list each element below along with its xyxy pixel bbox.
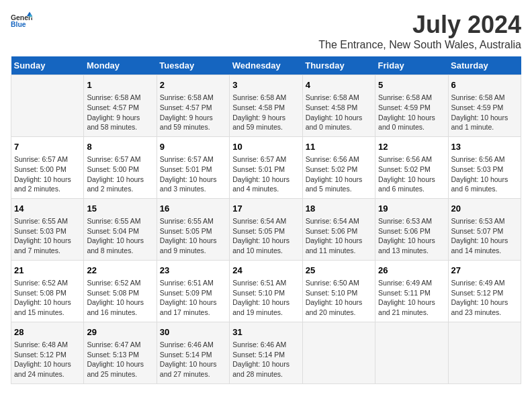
svg-text:Blue: Blue (11, 21, 26, 28)
day-info: Sunrise: 6:58 AMSunset: 4:58 PMDaylight:… (232, 93, 299, 132)
col-header-wednesday: Wednesday (230, 56, 302, 75)
day-info: Sunrise: 6:51 AMSunset: 5:10 PMDaylight:… (232, 278, 299, 318)
day-cell: 19Sunrise: 6:53 AMSunset: 5:06 PMDayligh… (375, 198, 448, 260)
logo: General Blue (11, 11, 32, 32)
col-header-saturday: Saturday (448, 56, 521, 75)
day-cell: 29Sunrise: 6:47 AMSunset: 5:13 PMDayligh… (84, 322, 157, 383)
day-cell: 3Sunrise: 6:58 AMSunset: 4:58 PMDaylight… (230, 75, 302, 137)
day-info: Sunrise: 6:52 AMSunset: 5:08 PMDaylight:… (87, 278, 153, 318)
day-info: Sunrise: 6:46 AMSunset: 5:14 PMDaylight:… (160, 340, 226, 379)
day-cell: 25Sunrise: 6:50 AMSunset: 5:10 PMDayligh… (302, 260, 375, 322)
day-number: 2 (160, 79, 226, 91)
day-cell (11, 75, 84, 137)
day-info: Sunrise: 6:58 AMSunset: 4:57 PMDaylight:… (160, 93, 226, 132)
day-number: 12 (378, 141, 445, 153)
col-header-monday: Monday (84, 56, 157, 75)
day-info: Sunrise: 6:55 AMSunset: 5:03 PMDaylight:… (14, 216, 81, 256)
day-cell: 15Sunrise: 6:55 AMSunset: 5:04 PMDayligh… (84, 198, 157, 260)
day-cell: 8Sunrise: 6:57 AMSunset: 5:00 PMDaylight… (84, 136, 157, 198)
day-cell: 28Sunrise: 6:48 AMSunset: 5:12 PMDayligh… (11, 322, 84, 383)
logo-icon: General Blue (11, 11, 32, 32)
day-number: 21 (14, 265, 81, 277)
day-cell: 30Sunrise: 6:46 AMSunset: 5:14 PMDayligh… (157, 322, 229, 383)
day-cell: 2Sunrise: 6:58 AMSunset: 4:57 PMDaylight… (157, 75, 229, 137)
day-number: 20 (451, 203, 518, 215)
day-cell (448, 322, 521, 383)
day-info: Sunrise: 6:54 AMSunset: 5:05 PMDaylight:… (232, 216, 299, 256)
day-number: 26 (378, 265, 445, 277)
day-cell: 26Sunrise: 6:49 AMSunset: 5:11 PMDayligh… (375, 260, 448, 322)
col-header-friday: Friday (375, 56, 448, 75)
day-info: Sunrise: 6:50 AMSunset: 5:10 PMDaylight:… (306, 278, 372, 318)
day-number: 15 (87, 203, 153, 215)
day-cell: 21Sunrise: 6:52 AMSunset: 5:08 PMDayligh… (11, 260, 84, 322)
day-cell: 10Sunrise: 6:57 AMSunset: 5:01 PMDayligh… (230, 136, 302, 198)
day-info: Sunrise: 6:58 AMSunset: 4:57 PMDaylight:… (87, 93, 153, 132)
day-info: Sunrise: 6:54 AMSunset: 5:06 PMDaylight:… (306, 216, 372, 256)
day-cell: 23Sunrise: 6:51 AMSunset: 5:09 PMDayligh… (157, 260, 229, 322)
week-row-3: 14Sunrise: 6:55 AMSunset: 5:03 PMDayligh… (11, 198, 521, 260)
day-info: Sunrise: 6:56 AMSunset: 5:02 PMDaylight:… (306, 154, 372, 194)
day-info: Sunrise: 6:57 AMSunset: 5:00 PMDaylight:… (87, 154, 153, 194)
day-info: Sunrise: 6:53 AMSunset: 5:07 PMDaylight:… (451, 216, 518, 256)
day-number: 8 (87, 141, 153, 153)
day-number: 16 (160, 203, 226, 215)
header-row: SundayMondayTuesdayWednesdayThursdayFrid… (11, 56, 521, 75)
day-cell: 9Sunrise: 6:57 AMSunset: 5:01 PMDaylight… (157, 136, 229, 198)
day-info: Sunrise: 6:53 AMSunset: 5:06 PMDaylight:… (378, 216, 445, 256)
day-number: 7 (14, 141, 81, 153)
day-cell: 20Sunrise: 6:53 AMSunset: 5:07 PMDayligh… (448, 198, 521, 260)
day-info: Sunrise: 6:57 AMSunset: 5:01 PMDaylight:… (232, 154, 299, 194)
day-number: 17 (232, 203, 299, 215)
day-number: 27 (451, 265, 518, 277)
week-row-4: 21Sunrise: 6:52 AMSunset: 5:08 PMDayligh… (11, 260, 521, 322)
day-info: Sunrise: 6:48 AMSunset: 5:12 PMDaylight:… (14, 340, 81, 379)
day-cell: 5Sunrise: 6:58 AMSunset: 4:59 PMDaylight… (375, 75, 448, 137)
day-cell: 13Sunrise: 6:56 AMSunset: 5:03 PMDayligh… (448, 136, 521, 198)
day-number: 9 (160, 141, 226, 153)
day-number: 13 (451, 141, 518, 153)
day-number: 1 (87, 79, 153, 91)
day-info: Sunrise: 6:49 AMSunset: 5:11 PMDaylight:… (378, 278, 445, 318)
day-cell: 16Sunrise: 6:55 AMSunset: 5:05 PMDayligh… (157, 198, 229, 260)
day-number: 25 (306, 265, 372, 277)
day-number: 22 (87, 265, 153, 277)
day-info: Sunrise: 6:56 AMSunset: 5:03 PMDaylight:… (451, 154, 518, 194)
col-header-thursday: Thursday (302, 56, 375, 75)
day-number: 24 (232, 265, 299, 277)
day-number: 6 (451, 79, 518, 91)
week-row-1: 1Sunrise: 6:58 AMSunset: 4:57 PMDaylight… (11, 75, 521, 137)
day-cell: 24Sunrise: 6:51 AMSunset: 5:10 PMDayligh… (230, 260, 302, 322)
day-number: 19 (378, 203, 445, 215)
day-cell: 6Sunrise: 6:58 AMSunset: 4:59 PMDaylight… (448, 75, 521, 137)
header: General Blue July 2024 The Entrance, New… (11, 11, 521, 51)
day-cell: 4Sunrise: 6:58 AMSunset: 4:58 PMDaylight… (302, 75, 375, 137)
week-row-5: 28Sunrise: 6:48 AMSunset: 5:12 PMDayligh… (11, 322, 521, 383)
day-info: Sunrise: 6:47 AMSunset: 5:13 PMDaylight:… (87, 340, 153, 379)
day-cell: 12Sunrise: 6:56 AMSunset: 5:02 PMDayligh… (375, 136, 448, 198)
day-number: 31 (232, 326, 299, 338)
day-number: 3 (232, 79, 299, 91)
main-title: July 2024 (318, 11, 521, 39)
day-number: 14 (14, 203, 81, 215)
day-info: Sunrise: 6:58 AMSunset: 4:59 PMDaylight:… (451, 93, 518, 132)
day-number: 10 (232, 141, 299, 153)
day-info: Sunrise: 6:55 AMSunset: 5:05 PMDaylight:… (160, 216, 226, 256)
day-number: 23 (160, 265, 226, 277)
day-cell: 27Sunrise: 6:49 AMSunset: 5:12 PMDayligh… (448, 260, 521, 322)
day-cell (302, 322, 375, 383)
day-number: 30 (160, 326, 226, 338)
day-info: Sunrise: 6:46 AMSunset: 5:14 PMDaylight:… (232, 340, 299, 379)
day-cell: 22Sunrise: 6:52 AMSunset: 5:08 PMDayligh… (84, 260, 157, 322)
day-info: Sunrise: 6:52 AMSunset: 5:08 PMDaylight:… (14, 278, 81, 318)
calendar-table: SundayMondayTuesdayWednesdayThursdayFrid… (11, 56, 521, 384)
day-info: Sunrise: 6:57 AMSunset: 5:01 PMDaylight:… (160, 154, 226, 194)
day-number: 5 (378, 79, 445, 91)
day-cell: 14Sunrise: 6:55 AMSunset: 5:03 PMDayligh… (11, 198, 84, 260)
day-info: Sunrise: 6:56 AMSunset: 5:02 PMDaylight:… (378, 154, 445, 194)
day-cell: 17Sunrise: 6:54 AMSunset: 5:05 PMDayligh… (230, 198, 302, 260)
day-number: 11 (306, 141, 372, 153)
day-cell: 1Sunrise: 6:58 AMSunset: 4:57 PMDaylight… (84, 75, 157, 137)
day-cell (375, 322, 448, 383)
subtitle: The Entrance, New South Wales, Australia (318, 39, 521, 51)
